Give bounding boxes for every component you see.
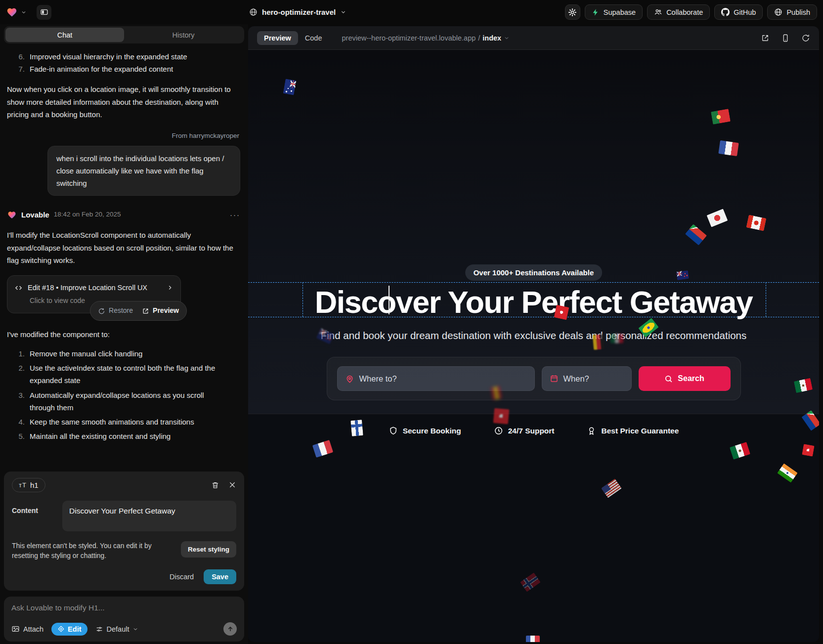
chat-sidebar: Chat History 6.Improved visual hierarchy… — [0, 24, 248, 644]
refresh-button[interactable] — [801, 34, 810, 43]
content-textarea[interactable]: Discover Your Perfect Getaway — [62, 501, 236, 531]
logo-chevron-down-icon[interactable] — [21, 9, 27, 15]
list-item: 5.Maintain all the existing content and … — [7, 430, 230, 442]
message-timestamp: 18:42 on Feb 20, 2025 — [54, 209, 121, 220]
where-input[interactable]: Where to? — [337, 366, 535, 391]
element-tag-label: h1 — [30, 481, 39, 489]
project-chevron-down-icon — [340, 9, 347, 15]
preview-button[interactable]: Preview — [142, 305, 179, 317]
destinations-badge: Over 1000+ Destinations Available — [465, 264, 603, 281]
gear-icon — [568, 8, 577, 17]
code-icon — [14, 284, 23, 292]
flag-fr-icon — [718, 140, 738, 156]
tab-preview[interactable]: Preview — [257, 31, 298, 45]
numbered-list-top: 6.Improved visual hierarchy in the expan… — [7, 50, 240, 75]
close-editor-button[interactable] — [228, 481, 236, 489]
mobile-view-button[interactable] — [781, 34, 790, 43]
tab-code[interactable]: Code — [298, 31, 329, 45]
external-link-icon — [761, 34, 770, 43]
main-split: Chat History 6.Improved visual hierarchy… — [0, 24, 823, 644]
github-button[interactable]: GitHub — [714, 4, 763, 20]
supabase-button[interactable]: Supabase — [585, 4, 643, 20]
lovable-logo-icon[interactable] — [6, 7, 18, 18]
mobile-icon — [781, 34, 790, 43]
arrow-up-icon — [227, 626, 234, 633]
assistant-paragraph: I've modified the component to: — [7, 328, 240, 341]
when-input[interactable]: When? — [542, 366, 632, 391]
list-item: 4.Keep the same smooth animations and tr… — [7, 416, 230, 428]
tab-chat[interactable]: Chat — [5, 28, 124, 42]
flag-mx-icon — [610, 334, 623, 343]
toggle-sidebar-button[interactable] — [37, 5, 51, 20]
flag-fi-icon — [350, 420, 363, 436]
edit-card-title: Edit #18 • Improve Location Scroll UX — [28, 282, 147, 294]
send-button[interactable] — [223, 622, 237, 636]
reset-styling-button[interactable]: Reset styling — [181, 541, 236, 558]
open-in-new-tab-button[interactable] — [761, 34, 770, 43]
flag-in-icon — [777, 463, 798, 482]
globe-icon — [249, 8, 258, 16]
chevron-right-icon — [167, 284, 173, 291]
chat-scroll-area[interactable]: 6.Improved visual hierarchy in the expan… — [0, 43, 248, 467]
preview-viewport[interactable]: Over 1000+ Destinations Available Discov… — [248, 50, 819, 642]
external-link-icon — [142, 307, 149, 315]
trash-icon — [211, 481, 219, 489]
tab-history[interactable]: History — [124, 28, 243, 42]
from-label: From harrymckayroper — [7, 130, 240, 142]
award-icon — [587, 426, 597, 435]
image-icon — [11, 625, 20, 633]
restore-icon — [98, 307, 105, 315]
publish-button[interactable]: Publish — [767, 4, 817, 20]
flag-ch-icon — [493, 408, 510, 425]
flag-ch-icon — [554, 305, 569, 320]
preview-url[interactable]: preview--hero-optimizer-travel.lovable.a… — [342, 34, 510, 42]
target-icon — [57, 625, 65, 633]
feature-best-price: Best Price Guarantee — [587, 426, 679, 435]
feature-support: 24/7 Support — [494, 426, 555, 435]
supabase-icon — [592, 8, 600, 16]
list-item: 6.Improved visual hierarchy in the expan… — [7, 50, 240, 63]
lovable-avatar — [7, 211, 17, 219]
list-item: 1.Remove the manual click handling — [7, 347, 230, 360]
map-pin-icon — [345, 374, 354, 384]
publish-globe-icon — [774, 8, 782, 16]
attach-button[interactable]: Attach — [11, 625, 43, 633]
search-button[interactable]: Search — [639, 366, 731, 391]
restore-button[interactable]: Restore — [98, 305, 133, 317]
message-actions-pill: Restore Preview — [90, 301, 187, 321]
collaborate-button[interactable]: Collaborate — [647, 4, 710, 20]
publish-label: Publish — [786, 8, 810, 16]
feature-secure-booking: Secure Booking — [389, 426, 461, 435]
message-menu-button[interactable]: ··· — [230, 209, 240, 221]
element-tag-pill[interactable]: тT h1 — [12, 478, 45, 492]
save-button[interactable]: Save — [204, 569, 236, 584]
url-host: preview--hero-optimizer-travel.lovable.a… — [342, 34, 476, 42]
refresh-icon — [801, 34, 810, 43]
hero-title[interactable]: Discover Your Perfect Getaway — [315, 284, 753, 320]
discard-button[interactable]: Discard — [170, 573, 194, 581]
chevron-down-icon — [132, 626, 138, 632]
hero-subtitle: Find and book your dream destination wit… — [321, 330, 747, 342]
features-row: Secure Booking 24/7 Support Best Price G… — [389, 426, 679, 435]
delete-element-button[interactable] — [211, 481, 219, 489]
assistant-paragraph: Now when you click on a location image, … — [7, 83, 240, 121]
chat-input[interactable]: Ask Lovable to modify H1... — [11, 603, 237, 612]
collaborate-label: Collaborate — [666, 8, 703, 16]
project-selector[interactable]: hero-optimizer-travel — [249, 8, 347, 16]
chat-mode-selector[interactable]: Default — [95, 625, 139, 633]
settings-button[interactable] — [565, 4, 580, 20]
edit-card-wrap: Edit #18 • Improve Location Scroll UX Cl… — [7, 275, 181, 313]
flag-fr-icon — [526, 636, 540, 642]
app-window: hero-optimizer-travel Supabase Collabora… — [0, 0, 823, 644]
flag-us-icon — [601, 478, 622, 498]
list-item: 3.Automatically expand/collapse location… — [7, 389, 230, 414]
sliders-icon — [95, 625, 103, 633]
github-label: GitHub — [734, 8, 756, 16]
collaborate-icon — [654, 8, 662, 16]
element-editor-panel: тT h1 Content Discover Your Perfect Geta… — [4, 472, 244, 591]
search-card: Where to? When? Search — [327, 357, 741, 400]
search-icon — [664, 375, 673, 383]
flag-nz-icon — [676, 270, 689, 280]
user-message-bubble: when i scroll into the individual locati… — [47, 146, 240, 196]
edit-mode-pill[interactable]: Edit — [51, 623, 87, 636]
